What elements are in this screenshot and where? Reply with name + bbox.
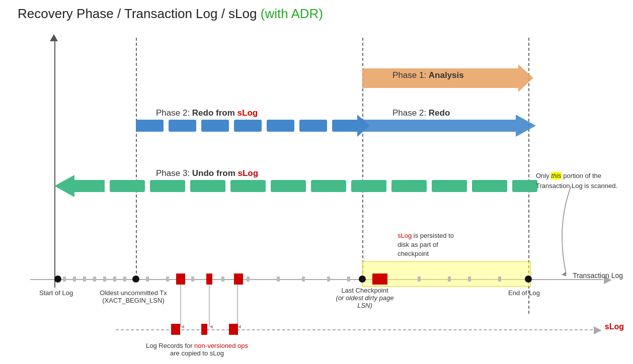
- down-arrow-2: [206, 285, 213, 330]
- tick: [498, 277, 501, 282]
- slog-label: sLog: [605, 322, 624, 331]
- tick: [103, 277, 106, 282]
- phase3-label: Phase 3: Undo from sLog: [156, 168, 258, 178]
- svg-rect-8: [299, 120, 327, 132]
- tick: [63, 277, 66, 282]
- svg-rect-15: [190, 180, 225, 192]
- y-axis: [54, 36, 55, 288]
- tick: [221, 277, 224, 282]
- red-block-checkpoint: [372, 274, 387, 285]
- dot-oldest-tx: [132, 276, 139, 283]
- svg-rect-14: [150, 180, 185, 192]
- svg-rect-22: [472, 180, 507, 192]
- tick: [277, 277, 280, 282]
- slog-red-block-2: [201, 324, 207, 335]
- svg-rect-9: [332, 120, 360, 132]
- label-last-checkpoint: Last Checkpoint(or oldest dirty pageLSN): [332, 287, 398, 309]
- svg-rect-21: [432, 180, 467, 192]
- svg-rect-17: [271, 180, 306, 192]
- svg-rect-3: [136, 120, 164, 132]
- slog-red-block-3: [229, 324, 238, 335]
- slog-red-block-1: [171, 324, 180, 335]
- tick: [247, 277, 250, 282]
- tick: [83, 277, 86, 282]
- svg-rect-18: [311, 180, 346, 192]
- label-oldest-tx: Oldest uncommitted Tx(XACT_BEGIN_LSN): [98, 289, 169, 304]
- slog-arrow-head: [594, 326, 602, 334]
- tick: [327, 277, 330, 282]
- red-block-1: [176, 274, 185, 285]
- tick: [123, 277, 126, 282]
- svg-rect-13: [110, 180, 145, 192]
- phase2a-label: Phase 2: Redo from sLog: [156, 108, 258, 118]
- svg-rect-7: [267, 120, 294, 132]
- dot-start: [54, 276, 61, 283]
- svg-rect-6: [234, 120, 262, 132]
- annotation-arrow: [551, 186, 591, 282]
- red-block-3: [234, 274, 243, 285]
- dot-last-checkpoint: [359, 276, 366, 283]
- down-arrow-3: [234, 285, 241, 330]
- tick: [347, 277, 350, 282]
- dot-end-of-log: [525, 276, 532, 283]
- phase3-arrow: [54, 175, 537, 197]
- svg-rect-19: [351, 180, 386, 192]
- y-axis-arrow: [50, 34, 58, 41]
- yellow-region: [362, 261, 531, 287]
- tick: [73, 277, 76, 282]
- svg-marker-12: [54, 175, 105, 197]
- tick: [166, 277, 169, 282]
- svg-rect-5: [201, 120, 229, 132]
- page-title: Recovery Phase / Transaction Log / sLog …: [18, 6, 323, 22]
- slog-line: [116, 329, 593, 330]
- tick: [448, 277, 451, 282]
- tick: [146, 277, 149, 282]
- tick: [93, 277, 96, 282]
- tick: [468, 277, 471, 282]
- phase2b-label: Phase 2: Redo: [392, 108, 450, 118]
- title-highlight: (with ADR): [257, 6, 323, 21]
- down-arrow-1: [177, 285, 184, 330]
- title-main: Recovery Phase / Transaction Log / sLog: [18, 6, 257, 21]
- annotation-slog-persisted: sLog is persisted todisk as part ofcheck…: [398, 231, 478, 259]
- red-block-2: [206, 274, 212, 285]
- svg-rect-16: [230, 180, 266, 192]
- tick: [191, 277, 194, 282]
- diagram: { "title": { "main": "Recovery Phase / T…: [0, 0, 633, 364]
- label-end-of-log: End of Log: [508, 289, 540, 297]
- vline-oldest-tx: [136, 38, 137, 279]
- tick: [302, 277, 305, 282]
- tick: [418, 277, 421, 282]
- label-log-records: Log Records for non-versioned opsare cop…: [146, 342, 248, 357]
- svg-rect-4: [169, 120, 196, 132]
- svg-rect-23: [512, 180, 537, 192]
- label-start-of-log: Start of Log: [39, 289, 73, 297]
- svg-rect-20: [391, 180, 427, 192]
- phase1-label: Phase 1: Analysis: [392, 70, 464, 80]
- tick: [113, 277, 116, 282]
